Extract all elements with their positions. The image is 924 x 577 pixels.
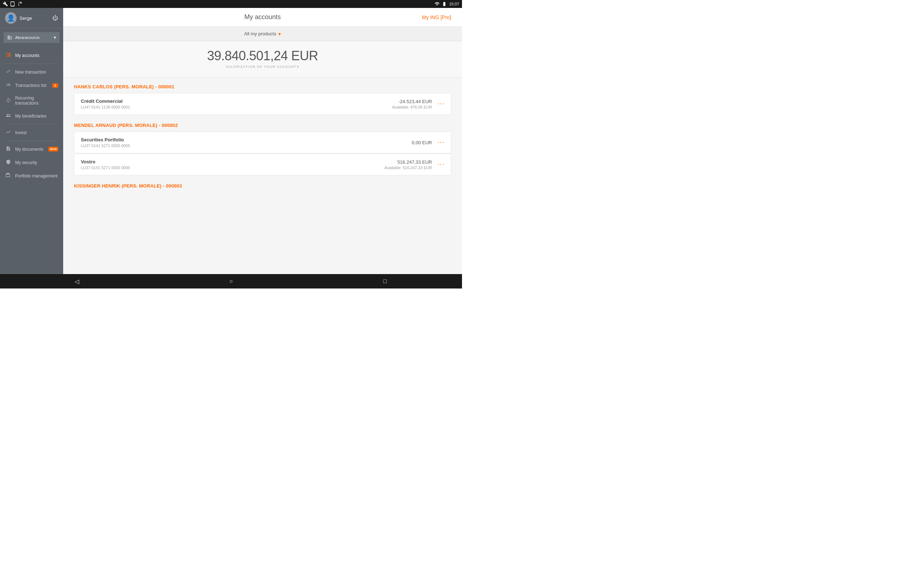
- svg-point-0: [9, 55, 10, 55]
- products-filter: All my products ▾: [63, 27, 462, 41]
- avatar: 👤: [5, 12, 16, 24]
- sidebar-item-label: Portfolio management: [15, 174, 58, 179]
- account-iban-3: LU37 0141 5271 0000 0000: [81, 166, 130, 170]
- valuation-section: 39.840.501,24 EUR VALORIZATION OF YOUR A…: [63, 41, 462, 77]
- tablet-icon: [10, 2, 15, 6]
- sidebar-item-invest[interactable]: Invest: [0, 126, 63, 139]
- group-title-2: MENDEL ARNAUD (PERS. MORALE) - 000002: [74, 122, 451, 128]
- shield-icon: [5, 160, 11, 166]
- account-selector[interactable]: Abraracourcix ▾: [3, 32, 60, 43]
- sidebar-item-label: My security: [15, 160, 58, 165]
- sidebar-item-new-transaction[interactable]: New transaction: [0, 65, 63, 79]
- products-filter-label: All my products: [244, 31, 276, 36]
- status-bar: 15:07: [0, 0, 462, 8]
- available-3: Available: 516.247,33 EUR: [384, 166, 432, 170]
- page-title: My accounts: [244, 13, 281, 21]
- valuation-amount: 39.840.501,24 EUR: [74, 48, 451, 63]
- sidebar: 👤 Serge ⏻ Abraracourcix ▾ My: [0, 8, 63, 274]
- transfer-icon: [5, 69, 11, 75]
- sidebar-header: 👤 Serge ⏻: [0, 8, 63, 29]
- sidebar-item-label: My documents: [15, 147, 45, 152]
- power-icon[interactable]: ⏻: [52, 15, 58, 21]
- list-icon: [5, 82, 11, 89]
- document-icon: [5, 146, 11, 152]
- account-iban-1: LU47 0141 1138 0000 0001: [81, 105, 130, 109]
- sidebar-item-my-accounts[interactable]: My accounts: [0, 49, 63, 62]
- recents-button[interactable]: □: [380, 278, 391, 285]
- available-1: Available: 476,56 EUR: [393, 105, 432, 109]
- sidebar-item-transactions-list[interactable]: Transactions list 1: [0, 79, 63, 92]
- back-button[interactable]: ◁: [71, 278, 82, 285]
- username: Serge: [19, 16, 32, 21]
- balance-2: 0,00 EUR: [412, 140, 432, 145]
- account-name-3: Vostro: [81, 159, 130, 164]
- account-group-1: HANKS CARLOS (PERS. MORALE) - 000001 Cré…: [74, 84, 451, 115]
- wrench-icon: [3, 2, 8, 6]
- bottom-nav: ◁ ○ □: [0, 274, 462, 288]
- sd-icon: [17, 2, 23, 6]
- filter-chevron-icon: ▾: [278, 31, 281, 37]
- valuation-label: VALORIZATION OF YOUR ACCOUNTS: [74, 65, 451, 69]
- chart-icon: [5, 129, 11, 135]
- main-content: My accounts My ING [Pro] All my products…: [63, 8, 462, 274]
- sidebar-item-my-documents[interactable]: My documents NEW: [0, 142, 63, 156]
- portfolio-icon: [5, 173, 11, 179]
- sidebar-item-label: Transactions list: [15, 83, 49, 88]
- account-card-credit-commercial: Crédit Commercial LU47 0141 1138 0000 00…: [74, 93, 451, 115]
- products-dropdown[interactable]: All my products ▾: [244, 31, 281, 37]
- sidebar-item-recurring-transactions[interactable]: Recurring transactions: [0, 92, 63, 109]
- documents-badge: NEW: [48, 147, 58, 152]
- pro-bracket: [Pro]: [440, 15, 451, 20]
- battery-icon: [442, 2, 447, 6]
- sidebar-item-my-security[interactable]: My security: [0, 156, 63, 169]
- balance-1: -24.523,44 EUR: [393, 99, 432, 104]
- balance-3: 516.247,33 EUR: [384, 160, 432, 165]
- account-card-securities: Securities Portfolio LU37 0141 5271 0000…: [74, 132, 451, 153]
- status-icons-right: 15:07: [435, 2, 459, 6]
- account-iban-2: LU37 0141 5271 0000 0005: [81, 143, 130, 148]
- group-title-1: HANKS CARLOS (PERS. MORALE) - 000001: [74, 84, 451, 89]
- account-group-3: KISSINGER HENRIK (PERS. MORALE) - 000003: [74, 183, 451, 189]
- wallet-icon: [5, 52, 11, 58]
- account-menu-2[interactable]: ⋮: [438, 139, 444, 146]
- account-group-2: MENDEL ARNAUD (PERS. MORALE) - 000002 Se…: [74, 122, 451, 175]
- ing-text: My ING: [422, 15, 440, 20]
- nav-section: My accounts New transaction Transactions…: [0, 47, 63, 185]
- sidebar-item-label: Recurring transactions: [15, 95, 58, 106]
- sidebar-item-my-beneficiaries[interactable]: My beneficiaries: [0, 109, 63, 122]
- recurring-icon: [5, 98, 11, 104]
- chevron-down-icon: ▾: [54, 35, 56, 40]
- transactions-badge: 1: [52, 83, 58, 88]
- account-menu-1[interactable]: ⋮: [438, 101, 444, 108]
- sidebar-item-label: Invest: [15, 130, 58, 135]
- status-icons-left: [3, 2, 23, 6]
- home-button[interactable]: ○: [226, 278, 236, 285]
- accounts-list: HANKS CARLOS (PERS. MORALE) - 000001 Cré…: [63, 77, 462, 274]
- account-card-vostro: Vostro LU37 0141 5271 0000 0000 516.247,…: [74, 154, 451, 175]
- sidebar-item-label: My beneficiaries: [15, 114, 58, 119]
- account-menu-3[interactable]: ⋮: [438, 161, 444, 168]
- building-icon: [7, 35, 12, 40]
- sidebar-item-label: My accounts: [15, 53, 58, 58]
- account-name-1: Crédit Commercial: [81, 98, 130, 104]
- top-header: My accounts My ING [Pro]: [63, 8, 462, 27]
- wifi-icon: [435, 2, 439, 6]
- account-name: Abraracourcix: [15, 35, 40, 40]
- sidebar-item-portfolio-management[interactable]: Portfolio management: [0, 169, 63, 182]
- group-title-3: KISSINGER HENRIK (PERS. MORALE) - 000003: [74, 183, 451, 189]
- account-name-2: Securities Portfolio: [81, 137, 130, 142]
- time-display: 15:07: [449, 2, 459, 6]
- person-icon: [5, 113, 11, 119]
- sidebar-item-label: New transaction: [15, 69, 58, 75]
- user-info: 👤 Serge: [5, 12, 32, 24]
- ing-pro-badge[interactable]: My ING [Pro]: [422, 15, 451, 20]
